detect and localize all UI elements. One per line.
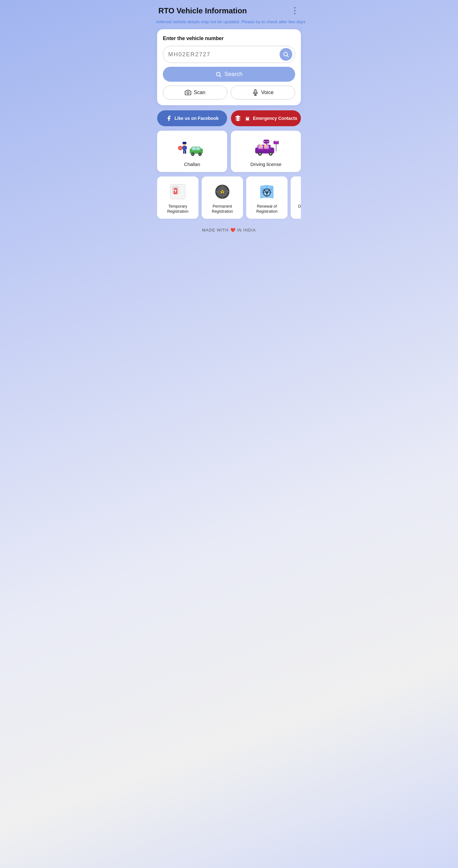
svg-point-51 <box>277 141 278 142</box>
svg-rect-31 <box>181 148 182 150</box>
search-icon <box>283 51 289 58</box>
footer-text-before: MADE WITH <box>202 228 229 232</box>
duplicate-rc-card[interactable]: Duplicate RC <box>291 177 301 219</box>
svg-point-45 <box>266 141 267 142</box>
vehicle-number-input[interactable] <box>168 51 280 58</box>
facebook-button[interactable]: Like us on Facebook <box>157 110 227 126</box>
temporary-registration-card[interactable]: Temporary Registration <box>157 177 199 219</box>
footer-text-after: IN INDIA <box>237 228 256 232</box>
facebook-icon <box>166 115 172 121</box>
emergency-icon <box>235 115 241 122</box>
info-banner: nsferred vehicle details may not be upda… <box>153 19 305 27</box>
driving-license-card[interactable]: Driving license <box>231 131 301 172</box>
svg-point-17 <box>192 153 194 155</box>
voice-button[interactable]: Voice <box>231 86 295 99</box>
vehicle-number-card: Enter the vehicle number Search <box>157 29 301 105</box>
main-services-grid: Challan <box>157 131 301 172</box>
scan-button-label: Scan <box>194 90 205 95</box>
svg-point-50 <box>276 141 277 142</box>
banner-text: nsferred vehicle details may not be upda… <box>156 20 305 24</box>
svg-rect-20 <box>192 147 195 150</box>
challan-illustration <box>178 138 206 158</box>
search-button-icon <box>215 71 222 78</box>
vehicle-input-row <box>163 46 295 63</box>
svg-rect-21 <box>196 147 200 150</box>
registration-scroll-row: Temporary Registration Permanent Registr… <box>157 177 301 220</box>
svg-point-39 <box>270 153 272 155</box>
menu-button[interactable]: ⋮ <box>291 6 300 16</box>
svg-rect-56 <box>174 190 177 191</box>
facebook-button-label: Like us on Facebook <box>175 116 218 121</box>
svg-line-13 <box>249 118 250 118</box>
footer: MADE WITH ❤️ IN INDIA <box>153 224 305 239</box>
svg-rect-25 <box>186 146 187 150</box>
svg-point-49 <box>275 141 276 142</box>
svg-point-37 <box>259 153 261 155</box>
svg-point-19 <box>199 153 201 155</box>
svg-line-1 <box>287 56 288 57</box>
temporary-reg-label: Temporary Registration <box>160 204 195 214</box>
challan-label: Challan <box>184 161 201 167</box>
duplicate-rc-icon <box>300 182 301 201</box>
voice-button-label: Voice <box>261 90 274 95</box>
permanent-reg-label: Permanent Registration <box>205 204 240 214</box>
search-button[interactable]: Search <box>163 67 295 82</box>
renewal-reg-label: Renewal of Registration <box>249 204 284 214</box>
svg-rect-73 <box>268 192 272 193</box>
svg-point-46 <box>268 141 269 142</box>
renewal-registration-card[interactable]: Renewal of Registration <box>246 177 287 219</box>
action-row: Scan Voice <box>163 86 295 99</box>
svg-rect-24 <box>182 146 184 150</box>
permanent-reg-icon <box>213 182 232 201</box>
footer-heart: ❤️ <box>230 228 236 232</box>
microphone-icon <box>252 89 258 96</box>
scan-button[interactable]: Scan <box>163 86 227 99</box>
search-icon-button[interactable] <box>280 48 292 61</box>
svg-line-3 <box>220 75 221 76</box>
svg-rect-28 <box>183 142 186 144</box>
emergency-button[interactable]: Emergency Contacts <box>231 110 301 126</box>
svg-marker-43 <box>266 144 268 145</box>
temporary-reg-icon <box>168 182 187 201</box>
svg-rect-26 <box>183 150 184 154</box>
emergency-button-label: Emergency Contacts <box>253 116 297 121</box>
camera-icon <box>185 89 191 96</box>
svg-line-12 <box>245 118 246 118</box>
svg-point-41 <box>264 145 267 147</box>
svg-point-4 <box>187 92 189 94</box>
svg-rect-11 <box>247 116 248 117</box>
svg-rect-48 <box>276 144 277 152</box>
app-header: RTO Vehicle Information ⋮ <box>153 0 305 19</box>
search-button-label: Search <box>224 71 242 78</box>
driving-license-label: Driving license <box>250 161 281 167</box>
svg-point-40 <box>260 145 263 147</box>
svg-rect-27 <box>185 150 186 154</box>
dl-illustration <box>252 138 280 158</box>
svg-point-44 <box>264 141 265 142</box>
duplicate-rc-label: Duplicate RC <box>298 204 301 209</box>
permanent-registration-card[interactable]: Permanent Registration <box>202 177 243 219</box>
svg-rect-70 <box>262 192 266 193</box>
siren-icon <box>244 115 251 122</box>
renewal-reg-icon <box>257 182 276 201</box>
app-title: RTO Vehicle Information <box>158 6 247 15</box>
challan-card[interactable]: Challan <box>157 131 227 172</box>
svg-rect-30 <box>179 148 181 149</box>
promo-row: Like us on Facebook Emergency Contacts <box>157 110 301 126</box>
card-label: Enter the vehicle number <box>163 36 295 41</box>
